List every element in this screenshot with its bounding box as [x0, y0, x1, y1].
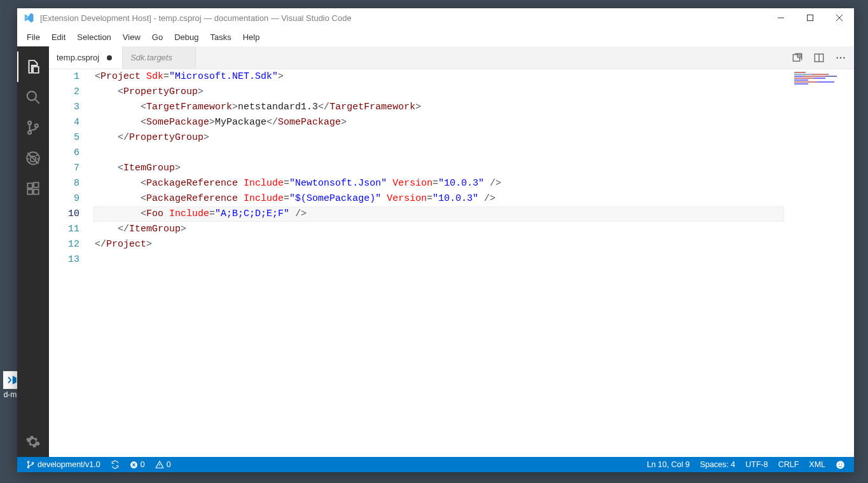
warnings-item[interactable]: 0	[151, 457, 175, 472]
line-number: 7	[49, 161, 79, 176]
line-number: 4	[49, 115, 79, 130]
line-number: 3	[49, 100, 79, 115]
encoding-label: UTF-8	[745, 460, 768, 469]
code-line[interactable]: <SomePackage>MyPackage</SomePackage>	[93, 115, 784, 130]
code-line[interactable]: <ItemGroup>	[93, 161, 784, 176]
extensions-icon[interactable]	[17, 173, 49, 204]
svg-rect-0	[808, 15, 813, 21]
cursor-position-label: Ln 10, Col 9	[647, 460, 689, 469]
search-icon[interactable]	[17, 82, 49, 112]
svg-point-16	[840, 57, 841, 58]
svg-point-20	[32, 462, 34, 464]
close-button[interactable]	[825, 8, 854, 27]
svg-point-22	[836, 461, 844, 469]
vscode-logo-icon	[22, 11, 35, 24]
code-content[interactable]: <Project Sdk="Microsoft.NET.Sdk"> <Prope…	[93, 69, 784, 457]
tab-sdk-targets[interactable]: Sdk.targets	[123, 46, 196, 69]
line-number-gutter: 12345678910111213	[49, 69, 93, 457]
svg-point-3	[28, 131, 31, 134]
code-line[interactable]: </ItemGroup>	[93, 222, 784, 237]
git-branch-label: development/v1.0	[38, 460, 100, 469]
svg-point-2	[28, 121, 31, 125]
line-number: 2	[49, 85, 79, 100]
code-line[interactable]	[93, 146, 784, 161]
menu-debug[interactable]: Debug	[169, 30, 204, 44]
menu-go[interactable]: Go	[146, 30, 169, 44]
menu-help[interactable]: Help	[237, 30, 266, 44]
code-line[interactable]: <Foo Include="A;B;C;D;E;F" />	[93, 207, 784, 222]
editor-area: temp.csprojSdk.targets 12345678910111213…	[49, 46, 854, 457]
svg-point-15	[837, 57, 838, 58]
more-actions-icon[interactable]	[834, 51, 848, 65]
svg-point-4	[35, 124, 38, 127]
svg-point-18	[27, 461, 29, 463]
statusbar: development/v1.0 0 0 Ln 10, Col 9 Spaces…	[17, 457, 854, 472]
tab-dirty-icon[interactable]	[104, 53, 114, 63]
code-line[interactable]: </Project>	[93, 237, 784, 252]
sync-item[interactable]	[107, 457, 123, 472]
menu-view[interactable]: View	[117, 30, 146, 44]
vscode-window: [Extension Development Host] - temp.cspr…	[17, 8, 854, 472]
encoding-item[interactable]: UTF-8	[741, 457, 771, 472]
svg-point-1	[27, 92, 36, 100]
cursor-position-item[interactable]: Ln 10, Col 9	[643, 457, 693, 472]
code-line[interactable]: <Project Sdk="Microsoft.NET.Sdk">	[93, 69, 784, 85]
line-number: 11	[49, 222, 79, 237]
window-title: [Extension Development Host] - temp.cspr…	[40, 13, 766, 23]
code-line[interactable]: <TargetFramework>netstandard1.3</TargetF…	[93, 100, 784, 115]
debug-icon[interactable]	[17, 143, 49, 173]
code-line[interactable]: </PropertyGroup>	[93, 130, 784, 146]
language-mode-item[interactable]: XML	[805, 457, 829, 472]
svg-rect-9	[34, 189, 39, 194]
source-control-icon[interactable]	[17, 112, 49, 143]
menu-file[interactable]: File	[21, 30, 46, 44]
svg-point-23	[839, 463, 840, 465]
settings-gear-icon[interactable]	[17, 426, 49, 457]
eol-label: CRLF	[778, 460, 799, 469]
git-branch-item[interactable]: development/v1.0	[22, 457, 104, 472]
line-number: 9	[49, 191, 79, 207]
line-number: 5	[49, 130, 79, 146]
minimize-button[interactable]	[766, 8, 796, 27]
errors-item[interactable]: 0	[126, 457, 149, 472]
svg-point-19	[27, 466, 29, 468]
diff-icon[interactable]	[790, 51, 804, 65]
code-line[interactable]	[93, 252, 784, 268]
menubar: FileEditSelectionViewGoDebugTasksHelp	[17, 27, 854, 46]
minimap-overview	[794, 72, 851, 97]
menu-tasks[interactable]: Tasks	[204, 30, 237, 44]
code-line[interactable]: <PackageReference Include="$(SomePackage…	[93, 191, 784, 207]
explorer-icon[interactable]	[17, 51, 49, 82]
line-number: 8	[49, 176, 79, 191]
svg-point-24	[841, 463, 843, 465]
feedback-smiley-icon[interactable]	[832, 457, 849, 472]
svg-rect-8	[27, 189, 32, 194]
menu-edit[interactable]: Edit	[46, 30, 71, 44]
svg-point-11	[107, 55, 112, 60]
line-number: 13	[49, 252, 79, 268]
menu-selection[interactable]: Selection	[71, 30, 116, 44]
eol-item[interactable]: CRLF	[775, 457, 803, 472]
tabbar: temp.csprojSdk.targets	[49, 46, 854, 69]
minimap[interactable]	[784, 69, 854, 457]
indentation-item[interactable]: Spaces: 4	[696, 457, 740, 472]
tab-label: temp.csproj	[57, 53, 99, 62]
svg-rect-7	[27, 183, 32, 188]
tab-temp-csproj[interactable]: temp.csproj	[49, 46, 123, 69]
line-number: 10	[49, 207, 79, 222]
line-number: 6	[49, 146, 79, 161]
svg-point-17	[843, 57, 844, 58]
errors-count: 0	[141, 460, 145, 469]
line-number: 1	[49, 69, 79, 85]
indentation-label: Spaces: 4	[700, 460, 736, 469]
svg-rect-10	[34, 182, 39, 187]
tab-label: Sdk.targets	[130, 53, 172, 62]
code-line[interactable]: <PropertyGroup>	[93, 85, 784, 100]
language-label: XML	[809, 460, 825, 469]
code-editor[interactable]: 12345678910111213 <Project Sdk="Microsof…	[49, 69, 854, 457]
activitybar	[17, 46, 49, 457]
maximize-button[interactable]	[796, 8, 825, 27]
split-editor-icon[interactable]	[812, 51, 826, 65]
warnings-count: 0	[167, 460, 171, 469]
code-line[interactable]: <PackageReference Include="Newtonsoft.Js…	[93, 176, 784, 191]
